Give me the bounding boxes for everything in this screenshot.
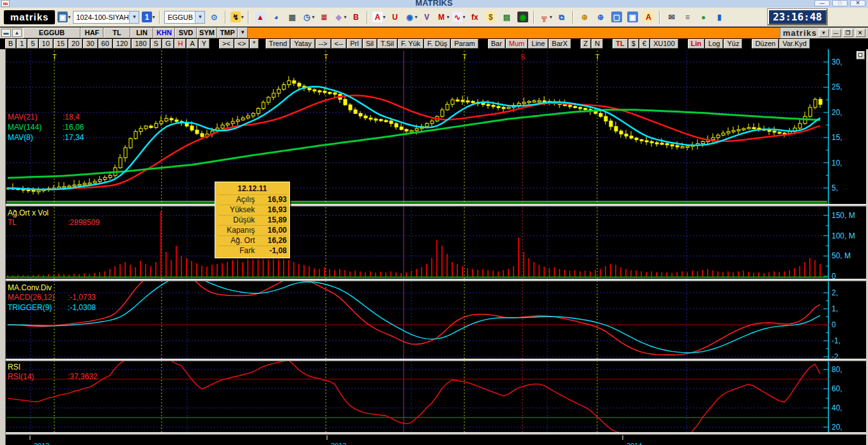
line-chart-icon[interactable]: ∿▾	[452, 10, 466, 24]
cmd-tsil[interactable]: T.Sil	[377, 39, 397, 49]
cmd-varkyd[interactable]: Var.Kyd	[779, 39, 810, 49]
windows-icon[interactable]: ⧉	[554, 10, 568, 24]
bold-icon[interactable]: B	[349, 10, 363, 24]
cmd-mum[interactable]: Mum	[506, 39, 528, 49]
cmd-a[interactable]: A	[187, 39, 197, 49]
window-mini-icon[interactable]: ▬	[1, 29, 11, 37]
mdi-restore-button[interactable]: ❐	[843, 29, 853, 37]
underline-icon[interactable]: U	[388, 10, 402, 24]
cmd-120[interactable]: 120	[113, 39, 131, 49]
cmd---[interactable]: <--	[331, 39, 347, 49]
depth-icon[interactable]: ≣	[317, 10, 331, 24]
cmd-[interactable]: *	[250, 39, 259, 49]
symbol-combo[interactable]: EGGUB▼	[164, 11, 205, 24]
tab-tmp[interactable]: TMP	[217, 27, 238, 38]
news-icon[interactable]: ◉▾	[404, 10, 418, 24]
print-icon[interactable]: ≡	[680, 10, 694, 24]
screen-blue-icon[interactable]: ▢	[609, 10, 623, 24]
close-button[interactable]: ✕	[850, 0, 865, 6]
cmd-b[interactable]: B	[5, 39, 16, 49]
cmd-prl[interactable]: Prl	[347, 39, 362, 49]
cmd-yüz[interactable]: Yüz	[724, 39, 742, 49]
cmd-15[interactable]: 15	[54, 39, 68, 49]
cmd-1[interactable]: 1	[17, 39, 27, 49]
cmd-xu100[interactable]: XU100	[650, 39, 678, 49]
layout-combo[interactable]: 1024-100-SIYAH▼	[73, 11, 139, 24]
symbol-combo-arrow-icon[interactable]: ▼	[195, 12, 204, 23]
globe-icon[interactable]: ⊕	[593, 10, 607, 24]
cmd-y[interactable]: Y	[199, 39, 209, 49]
cmd-bar[interactable]: Bar	[488, 39, 505, 49]
cmd-fdü[interactable]: F. Düş	[424, 39, 450, 49]
svg-text:30,: 30,	[832, 58, 842, 66]
chat-icon[interactable]: ●	[696, 10, 710, 24]
cmd-param[interactable]: Param	[451, 39, 478, 49]
money-bag-icon[interactable]: $	[483, 10, 498, 24]
cmd-tl[interactable]: TL	[613, 39, 627, 49]
price-chart-icon[interactable]: ▲	[253, 10, 267, 24]
layout-combo-arrow-icon[interactable]: ▼	[129, 12, 139, 23]
tab-svd[interactable]: SVD	[175, 27, 197, 38]
tab-eggub[interactable]: EGGUB	[23, 27, 80, 38]
cmd---[interactable]: -->	[316, 39, 331, 49]
filter-icon[interactable]: ╦▾	[538, 10, 552, 24]
cards-icon[interactable]: ◆▾	[333, 10, 347, 24]
minimize-button[interactable]: —	[814, 0, 830, 6]
cmd-g[interactable]: G	[162, 39, 174, 49]
alarm-icon[interactable]: A	[641, 10, 655, 24]
mdi-dropdown-button[interactable]: ▼	[819, 29, 829, 37]
briefcase-icon[interactable]: ▮	[712, 10, 726, 24]
cmd-h[interactable]: H	[174, 39, 186, 49]
notebook-icon[interactable]: ▤	[499, 10, 514, 24]
cmd-z[interactable]: Z	[581, 39, 591, 49]
tab-sym[interactable]: SYM	[197, 27, 217, 38]
cmd-[interactable]: $	[628, 39, 639, 49]
cmd-düzen[interactable]: Düzen	[752, 39, 779, 49]
cmd-line[interactable]: Line	[528, 39, 548, 49]
cmd-10[interactable]: 10	[39, 39, 53, 49]
cmd-n[interactable]: N	[591, 39, 603, 49]
cmd-barx[interactable]: BarX	[549, 39, 570, 49]
tab-lin[interactable]: LIN	[130, 27, 153, 38]
cmd-sil[interactable]: Sil	[363, 39, 377, 49]
tab-tl[interactable]: TL	[103, 27, 130, 38]
mail-icon[interactable]: ✉	[664, 10, 678, 24]
cmd-log[interactable]: Log	[705, 39, 723, 49]
lightning-icon[interactable]: ↯▾	[230, 10, 244, 24]
mdi-close-button[interactable]: ✕	[855, 29, 865, 37]
cmd-[interactable]: <>	[234, 39, 249, 49]
cmd-20[interactable]: 20	[68, 39, 82, 49]
cmd-60[interactable]: 60	[98, 39, 112, 49]
cmd-trend[interactable]: Trend	[266, 39, 290, 49]
viop-icon[interactable]: V	[420, 10, 434, 24]
zoom-icon[interactable]: ⊙	[207, 10, 221, 24]
maximize-button[interactable]: □	[832, 0, 848, 6]
panel-restore-button[interactable]	[857, 51, 865, 59]
cmd-s[interactable]: S	[151, 39, 162, 49]
cmd-[interactable]: ><	[219, 39, 234, 49]
tab-overflow-dropdown[interactable]: ▼	[238, 27, 248, 38]
cmd-180[interactable]: 180	[132, 39, 149, 49]
screen-blue2-icon[interactable]: ▣	[625, 10, 639, 24]
cmd-fyük[interactable]: F. Yük	[398, 39, 423, 49]
globe-coin-icon[interactable]: ⊕	[577, 10, 591, 24]
signal-icon[interactable]: ◉	[515, 10, 529, 24]
tab-haf[interactable]: HAF	[80, 27, 103, 38]
cmd-lin[interactable]: Lin	[688, 39, 705, 49]
fx-icon[interactable]: fx	[468, 10, 482, 24]
cmd-[interactable]: €	[639, 39, 650, 49]
mdi-minimize-button[interactable]: —	[831, 29, 841, 37]
chart-mini-icon[interactable]: ▲	[12, 29, 22, 37]
clock-icon[interactable]: ◷▾	[301, 10, 315, 24]
chart-area[interactable]: TTTTS30,25,20,15,10,5,150, M100, M50, M0…	[0, 49, 868, 445]
matriks-m-icon[interactable]: M▾	[436, 10, 450, 24]
cmd-5[interactable]: 5	[27, 39, 38, 49]
save-icon[interactable]: ▣▾	[57, 10, 71, 24]
annotation-a-icon[interactable]: A▾	[372, 10, 386, 24]
cmd-yatay[interactable]: Yatay	[291, 39, 314, 49]
tab-khn[interactable]: KHN	[153, 27, 175, 38]
page-1-icon[interactable]: 1▾	[141, 10, 155, 24]
pie-chart-icon[interactable]: ◕	[269, 10, 283, 24]
quote-screen-icon[interactable]: ▦	[285, 10, 299, 24]
cmd-30[interactable]: 30	[83, 39, 97, 49]
